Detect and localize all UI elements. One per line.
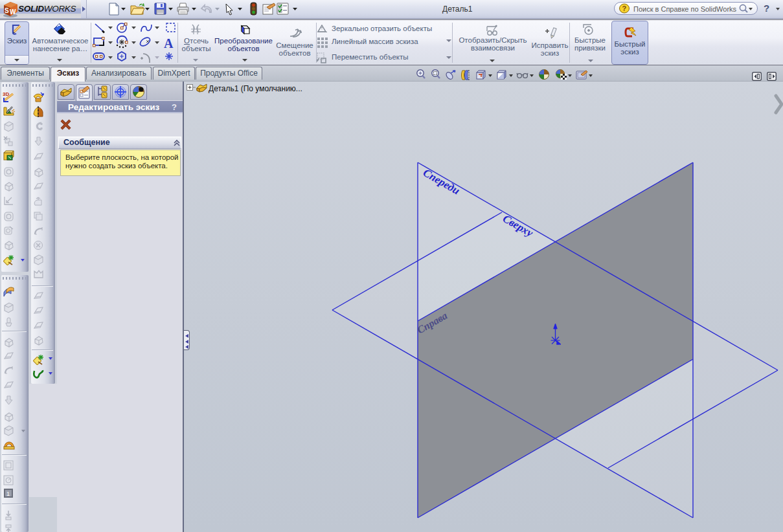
svg-text:?: ?: [622, 5, 627, 12]
svg-text:W: W: [10, 8, 16, 16]
svg-text:S: S: [5, 7, 9, 14]
svg-text:A: A: [164, 36, 174, 50]
svg-text:1: 1: [6, 491, 10, 497]
